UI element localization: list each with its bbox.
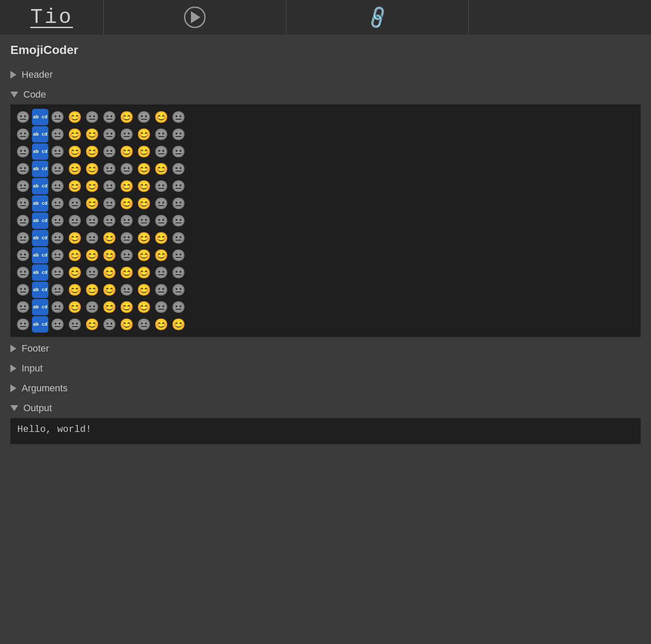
emoji-cell: 😐 <box>15 109 31 125</box>
emoji-cell: 😐 <box>15 195 31 212</box>
emoji-row: 😐ab cd😐😊😊😐😊😊😐😐 <box>15 178 636 194</box>
emoji-cell: 😐 <box>15 143 31 160</box>
emoji-cell: 😐 <box>101 126 117 143</box>
emoji-cell: 😐 <box>84 213 100 229</box>
emoji-cell: 😐 <box>49 161 66 177</box>
emoji-cell: 😊 <box>67 230 83 246</box>
top-navigation: Tio 🔗 <box>0 0 651 35</box>
emoji-cell: 😐 <box>136 109 152 125</box>
abcd-cell: ab cd <box>32 299 48 315</box>
abcd-cell: ab cd <box>32 247 48 263</box>
emoji-cell: 😐 <box>49 230 66 246</box>
emoji-cell: 😐 <box>101 161 117 177</box>
emoji-cell: 😊 <box>67 161 83 177</box>
emoji-row: 😐ab cd😐😊😐😊😐😊😊😐 <box>15 230 636 246</box>
code-section-label: Code <box>23 89 46 100</box>
code-editor[interactable]: 😐ab cd😐😊😐😐😊😐😊😐😐ab cd😐😊😊😐😐😊😐😐😐ab cd😐😊😊😐😊😊… <box>10 105 641 337</box>
expand-down-icon <box>10 92 18 98</box>
emoji-row: 😐ab cd😐😐😊😐😊😊😐😐 <box>15 195 636 212</box>
nav-spacer <box>469 0 651 35</box>
tio-logo-text: Tio <box>30 6 73 29</box>
emoji-cell: 😐 <box>118 213 135 229</box>
output-section-label: Output <box>23 403 52 414</box>
emoji-cell: 😊 <box>118 178 135 194</box>
emoji-cell: 😊 <box>136 178 152 194</box>
main-content: EmojiCoder Header Code 😐ab cd😐😊😐😐😊😐😊😐😐ab… <box>0 35 651 453</box>
emoji-cell: 😐 <box>118 247 135 263</box>
emoji-cell: 😐 <box>49 178 66 194</box>
footer-section-toggle[interactable]: Footer <box>10 339 641 358</box>
emoji-cell: 😐 <box>101 109 117 125</box>
input-section-toggle[interactable]: Input <box>10 358 641 378</box>
emoji-cell: 😐 <box>170 230 187 246</box>
expand-down-icon-output <box>10 405 18 411</box>
collapse-right-icon <box>10 71 16 79</box>
emoji-cell: 😊 <box>136 247 152 263</box>
emoji-cell: 😐 <box>170 213 187 229</box>
play-triangle-shape <box>191 11 200 23</box>
emoji-cell: 😊 <box>84 126 100 143</box>
emoji-cell: 😐 <box>49 143 66 160</box>
collapse-right-icon-input <box>10 365 16 372</box>
play-icon <box>184 6 206 28</box>
emoji-cell: 😐 <box>15 264 31 281</box>
emoji-cell: 😊 <box>67 109 83 125</box>
emoji-cell: 😐 <box>49 213 66 229</box>
emoji-grid: 😐ab cd😐😊😐😐😊😐😊😐😐ab cd😐😊😊😐😐😊😐😐😐ab cd😐😊😊😐😊😊… <box>15 109 636 333</box>
emoji-cell: 😐 <box>49 109 66 125</box>
emoji-cell: 😐 <box>170 109 187 125</box>
emoji-cell: 😊 <box>101 247 117 263</box>
emoji-cell: 😊 <box>84 143 100 160</box>
abcd-cell: ab cd <box>32 195 48 212</box>
emoji-cell: 😐 <box>67 195 83 212</box>
emoji-cell: 😊 <box>67 126 83 143</box>
emoji-cell: 😐 <box>118 230 135 246</box>
emoji-cell: 😐 <box>136 213 152 229</box>
emoji-cell: 😊 <box>136 161 152 177</box>
emoji-cell: 😐 <box>170 264 187 281</box>
emoji-cell: 😐 <box>49 247 66 263</box>
arguments-section-label: Arguments <box>22 383 67 394</box>
abcd-cell: ab cd <box>32 178 48 194</box>
emoji-cell: 😊 <box>118 109 135 125</box>
emoji-cell: 😊 <box>153 109 169 125</box>
emoji-cell: 😊 <box>67 178 83 194</box>
emoji-cell: 😐 <box>15 316 31 333</box>
emoji-cell: 😐 <box>153 126 169 143</box>
emoji-row: 😐ab cd😐😊😊😊😐😊😐😐 <box>15 282 636 298</box>
emoji-cell: 😊 <box>84 247 100 263</box>
emoji-cell: 😊 <box>84 161 100 177</box>
emoji-cell: 😐 <box>170 299 187 315</box>
emoji-cell: 😊 <box>67 282 83 298</box>
app-title: EmojiCoder <box>10 43 641 57</box>
link-button[interactable]: 🔗 <box>286 0 469 35</box>
emoji-cell: 😊 <box>170 316 187 333</box>
output-text: Hello, world! <box>17 424 92 435</box>
emoji-cell: 😐 <box>15 178 31 194</box>
header-section-toggle[interactable]: Header <box>10 65 641 85</box>
emoji-cell: 😐 <box>153 282 169 298</box>
arguments-section-toggle[interactable]: Arguments <box>10 378 641 398</box>
abcd-cell: ab cd <box>32 282 48 298</box>
run-button[interactable] <box>104 0 286 35</box>
emoji-cell: 😐 <box>15 230 31 246</box>
emoji-cell: 😐 <box>84 299 100 315</box>
emoji-cell: 😐 <box>49 316 66 333</box>
emoji-cell: 😊 <box>84 178 100 194</box>
emoji-cell: 😐 <box>49 126 66 143</box>
emoji-cell: 😐 <box>15 282 31 298</box>
emoji-cell: 😐 <box>170 247 187 263</box>
emoji-cell: 😊 <box>118 264 135 281</box>
collapse-right-icon-args <box>10 384 16 392</box>
emoji-cell: 😐 <box>84 230 100 246</box>
emoji-cell: 😊 <box>136 195 152 212</box>
brand-logo: Tio <box>0 0 104 35</box>
emoji-row: 😐ab cd😐😊😊😊😐😊😊😐 <box>15 247 636 263</box>
emoji-cell: 😐 <box>170 126 187 143</box>
code-section-toggle[interactable]: Code <box>10 85 641 105</box>
output-section-toggle[interactable]: Output <box>10 398 641 418</box>
emoji-cell: 😐 <box>15 299 31 315</box>
emoji-cell: 😐 <box>15 126 31 143</box>
abcd-cell: ab cd <box>32 109 48 125</box>
emoji-cell: 😊 <box>136 126 152 143</box>
